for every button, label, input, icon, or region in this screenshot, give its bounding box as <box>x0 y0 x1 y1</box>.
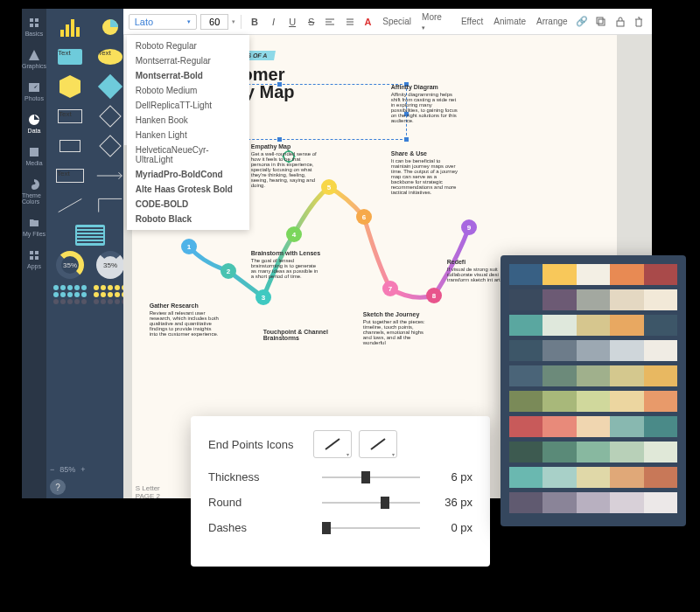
trash-icon[interactable] <box>631 14 647 30</box>
text-color-button[interactable]: A <box>360 14 376 30</box>
line-elbow[interactable] <box>94 194 123 217</box>
font-option[interactable]: Alte Haas Grotesk Bold <box>127 182 249 197</box>
font-select[interactable]: Lato▾ <box>129 14 197 30</box>
special-button[interactable]: Special <box>379 17 415 26</box>
align-button[interactable] <box>323 14 339 30</box>
help-button[interactable]: ? <box>50 479 66 495</box>
palette-row[interactable] <box>509 315 677 336</box>
palette-row[interactable] <box>509 289 677 310</box>
effect-button[interactable]: Effect <box>458 17 486 26</box>
diamond-shape[interactable] <box>94 75 123 98</box>
font-option[interactable]: HelveticaNeueCyr-UltraLight <box>127 143 249 167</box>
journey-step-block[interactable]: Gather ResearchReview all relevant user … <box>150 303 220 337</box>
arrange-button[interactable]: Arrange <box>533 17 571 26</box>
journey-step-block[interactable]: Share & UseIt can be beneficial to maint… <box>391 150 461 195</box>
left-rail: BasicsGraphicsPhotosDataMediaTheme Color… <box>22 9 46 498</box>
page-info: S LetterPAGE 2 <box>136 484 160 500</box>
rail-graphics[interactable]: Graphics <box>22 46 46 72</box>
rect-shape[interactable]: Text <box>53 45 87 68</box>
font-size-input[interactable] <box>200 14 228 30</box>
page-title-1[interactable]: stomer <box>227 66 601 83</box>
donut-grey[interactable]: 35% <box>94 254 123 276</box>
font-option[interactable]: Roboto Regular <box>127 38 249 53</box>
rail-my-files[interactable]: My Files <box>23 214 46 240</box>
dot-grid-blue[interactable] <box>53 283 87 306</box>
underline-button[interactable]: U <box>284 14 300 30</box>
rail-photos[interactable]: Photos <box>24 79 44 104</box>
link-icon[interactable]: 🔗 <box>575 14 591 30</box>
font-option[interactable]: DellReplicaTT-Light <box>127 98 249 113</box>
palette-row[interactable] <box>509 416 677 437</box>
arrow-right[interactable] <box>94 164 123 187</box>
slider-value: 0 px <box>429 521 472 534</box>
journey-step-block[interactable]: Affinity DiagramAffinity diagramming hel… <box>391 84 461 123</box>
svg-line-36 <box>326 439 340 449</box>
journey-step-block[interactable]: Brainstorm with LensesThe goal of lensed… <box>251 250 321 279</box>
palette-row[interactable] <box>509 467 677 488</box>
thickness-slider[interactable] <box>322 476 420 478</box>
font-option[interactable]: Roboto Medium <box>127 83 249 98</box>
dashes-slider[interactable] <box>322 527 420 529</box>
pie-icon[interactable] <box>94 16 123 38</box>
rail-apps[interactable]: Apps <box>27 247 41 272</box>
slider-value: 6 px <box>429 470 472 483</box>
svg-text:4: 4 <box>292 231 297 239</box>
svg-rect-12 <box>597 17 603 24</box>
journey-step-block[interactable]: Sketch the JourneyPut together all the p… <box>363 311 433 345</box>
font-option[interactable]: Hanken Light <box>127 128 249 143</box>
line-diag[interactable] <box>53 194 87 217</box>
round-slider[interactable] <box>322 502 420 504</box>
zoom-out[interactable]: − <box>50 465 54 474</box>
italic-button[interactable]: I <box>266 14 282 30</box>
hex-outline[interactable] <box>53 135 87 157</box>
palette-row[interactable] <box>509 391 677 412</box>
font-option[interactable]: Montserrat-Regular <box>127 53 249 68</box>
endpoint-start[interactable] <box>313 430 352 458</box>
donut-yellow[interactable]: 35% <box>53 254 87 276</box>
rail-basics[interactable]: Basics <box>25 14 44 39</box>
font-option[interactable]: Montserrat-Bold <box>127 68 249 83</box>
slider-label: Thickness <box>208 470 313 483</box>
zoom-in[interactable]: + <box>80 465 85 474</box>
font-option[interactable]: Roboto Black <box>127 212 249 226</box>
hexagon-shape[interactable] <box>53 75 87 98</box>
font-option[interactable]: CODE-BOLD <box>127 197 249 212</box>
list-button[interactable] <box>341 14 357 30</box>
diamond-outline-2[interactable] <box>94 135 123 157</box>
more-button[interactable]: More ▾ <box>418 12 451 31</box>
journey-step-block[interactable]: Touchpoint & Channel Brainstorms <box>263 329 333 343</box>
palette-row[interactable] <box>509 264 677 285</box>
palette-row[interactable] <box>509 442 677 462</box>
palette-row[interactable] <box>509 340 677 361</box>
lock-icon[interactable] <box>612 14 628 30</box>
animate-button[interactable]: Animate <box>490 17 529 26</box>
rail-media[interactable]: Media <box>25 143 42 169</box>
diamond-outline[interactable] <box>94 105 123 128</box>
svg-rect-13 <box>617 21 624 26</box>
svg-text:3: 3 <box>262 294 266 302</box>
ellipse-shape[interactable]: Text <box>94 45 123 68</box>
copy-icon[interactable] <box>593 14 609 30</box>
palette-row[interactable] <box>509 365 677 386</box>
zoom-value: 85% <box>60 465 75 474</box>
bold-button[interactable]: B <box>247 14 262 30</box>
rail-data[interactable]: Data <box>28 111 41 136</box>
journey-step-block[interactable]: Empathy MapGet a well-rounded sense of h… <box>251 143 321 188</box>
font-option[interactable]: MyriadPro-BoldCond <box>127 167 249 182</box>
endpoint-end[interactable] <box>359 430 397 458</box>
dot-grid-yellow[interactable] <box>94 283 123 306</box>
svg-line-3 <box>59 198 82 212</box>
font-dropdown: Roboto RegularMontserrat-RegularMontserr… <box>127 35 249 230</box>
palette-row[interactable] <box>509 492 677 513</box>
font-option[interactable]: Hanken Book <box>127 113 249 128</box>
bar-chart-icon[interactable] <box>53 16 87 38</box>
slider-label: Round <box>208 496 313 509</box>
svg-text:1: 1 <box>187 243 192 251</box>
strike-button[interactable]: S <box>304 14 319 30</box>
svg-line-37 <box>371 439 385 449</box>
rail-theme-colors[interactable]: Theme Colors <box>22 176 46 207</box>
slider-value: 36 px <box>429 496 472 509</box>
text-box[interactable]: Text <box>53 164 87 187</box>
calendar-shape[interactable] <box>53 224 123 247</box>
rect-outline[interactable]: Text <box>53 105 87 128</box>
